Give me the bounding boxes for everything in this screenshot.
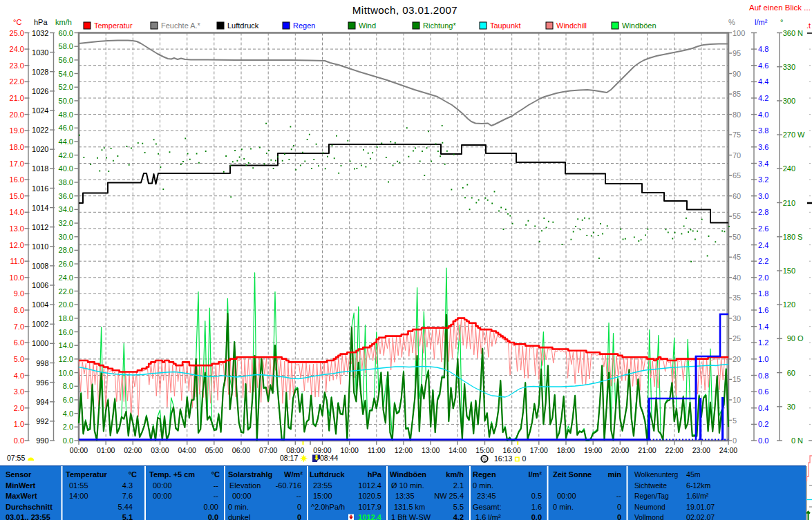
svg-text:70: 70	[733, 151, 741, 160]
svg-text:23:55: 23:55	[313, 481, 332, 490]
svg-text:4.6: 4.6	[758, 61, 768, 70]
svg-text:1006: 1006	[32, 281, 48, 289]
svg-text:17:00: 17:00	[530, 446, 548, 454]
svg-text:0.0: 0.0	[14, 436, 24, 445]
svg-text:54.0: 54.0	[59, 70, 73, 78]
svg-text:5.1: 5.1	[122, 513, 133, 520]
svg-text:1.6: 1.6	[531, 503, 542, 511]
svg-text:0: 0	[733, 436, 737, 445]
svg-text:45m: 45m	[686, 470, 701, 479]
svg-text:1028: 1028	[32, 68, 48, 76]
svg-text:12.0: 12.0	[10, 241, 24, 249]
svg-text:1012: 1012	[32, 223, 48, 231]
svg-text:4.2: 4.2	[453, 513, 464, 520]
svg-text:19:00: 19:00	[584, 446, 602, 454]
svg-text:21.0: 21.0	[10, 94, 24, 102]
svg-text:7.0: 7.0	[14, 322, 24, 331]
svg-text:%: %	[728, 18, 735, 26]
svg-text:S: S	[797, 233, 802, 241]
svg-text:18:00: 18:00	[557, 446, 575, 454]
svg-text:60: 60	[733, 192, 741, 200]
svg-text:330: 330	[783, 63, 795, 71]
svg-text:22.0: 22.0	[10, 77, 24, 86]
svg-text:992: 992	[36, 417, 48, 425]
svg-text:Wolkenunterg: Wolkenunterg	[634, 471, 679, 479]
svg-text:1012.4: 1012.4	[358, 481, 381, 490]
svg-text:km/h: km/h	[446, 470, 464, 479]
svg-text:1.0: 1.0	[14, 420, 24, 428]
svg-text:100: 100	[733, 29, 745, 37]
svg-text:12.0: 12.0	[59, 355, 73, 363]
svg-text:2.6: 2.6	[758, 224, 768, 233]
svg-text:46.0: 46.0	[59, 124, 73, 132]
svg-text:1018: 1018	[32, 164, 48, 173]
svg-text:32.0: 32.0	[59, 219, 73, 227]
svg-text:1.6l/m²: 1.6l/m²	[686, 492, 709, 500]
svg-text:17.0: 17.0	[10, 160, 24, 168]
svg-text:Elevation: Elevation	[229, 481, 261, 490]
svg-text:0.0: 0.0	[531, 513, 542, 520]
svg-text:01:00: 01:00	[97, 446, 115, 454]
svg-text:3.0: 3.0	[14, 387, 24, 396]
svg-text:1026: 1026	[32, 87, 48, 95]
svg-text:0 min.: 0 min.	[473, 481, 493, 490]
svg-text:02.02.07: 02.02.07	[686, 513, 715, 520]
svg-text:14:00: 14:00	[69, 492, 88, 500]
svg-text:Windchill: Windchill	[556, 21, 587, 30]
svg-text:85: 85	[733, 90, 741, 98]
svg-text:5: 5	[733, 416, 737, 425]
svg-text:km/h: km/h	[55, 18, 72, 26]
svg-text:00:00: 00:00	[70, 446, 88, 454]
svg-text:21:00: 21:00	[638, 446, 656, 454]
svg-text:1024: 1024	[32, 106, 48, 115]
svg-text:6.0: 6.0	[14, 338, 24, 347]
svg-text:5.44: 5.44	[118, 503, 133, 511]
svg-text:1004: 1004	[32, 300, 48, 309]
svg-text:65: 65	[733, 171, 741, 180]
svg-text:26.0: 26.0	[59, 260, 73, 268]
svg-text:360: 360	[783, 29, 795, 37]
svg-text:95: 95	[733, 49, 741, 57]
svg-text:07:00: 07:00	[259, 446, 277, 454]
svg-text:75: 75	[733, 131, 741, 139]
svg-text:4.0: 4.0	[14, 372, 24, 380]
svg-text:48.0: 48.0	[59, 110, 73, 119]
svg-text:Solarstrahlg: Solarstrahlg	[228, 470, 272, 479]
svg-text:Luftdruck: Luftdruck	[310, 470, 346, 479]
svg-text:8.0: 8.0	[63, 382, 73, 390]
svg-text:Sensor: Sensor	[6, 470, 32, 479]
svg-text:1014: 1014	[32, 204, 48, 212]
svg-text:01:55: 01:55	[69, 481, 88, 490]
svg-text:00:00: 00:00	[557, 492, 576, 500]
svg-text:1.4: 1.4	[758, 322, 768, 331]
svg-text:300: 300	[783, 97, 795, 105]
svg-text:996: 996	[36, 378, 48, 387]
svg-text:04:00: 04:00	[178, 446, 196, 454]
svg-text:min: min	[607, 470, 621, 479]
svg-text:30.0: 30.0	[59, 233, 73, 241]
svg-text:23:00: 23:00	[692, 446, 710, 454]
svg-text:23:45: 23:45	[477, 492, 496, 500]
svg-text:4.0: 4.0	[758, 110, 768, 119]
svg-text:3.8: 3.8	[758, 126, 768, 135]
svg-text:50: 50	[733, 233, 741, 241]
svg-text:1017.9: 1017.9	[358, 503, 381, 511]
svg-text:50.0: 50.0	[59, 97, 73, 105]
svg-text:18.0: 18.0	[10, 143, 24, 151]
svg-text:210: 210	[783, 199, 795, 207]
svg-text:23.0: 23.0	[10, 61, 24, 70]
svg-text:36.0: 36.0	[59, 192, 73, 200]
svg-text:1010: 1010	[32, 242, 48, 251]
svg-text:07:55: 07:55	[7, 454, 25, 462]
svg-text:Temperatur: Temperatur	[66, 470, 107, 479]
svg-text:40: 40	[733, 273, 741, 282]
svg-text:W/m²: W/m²	[284, 470, 303, 479]
svg-text:3.2: 3.2	[758, 175, 768, 184]
svg-text:38.0: 38.0	[59, 178, 73, 186]
svg-text:90: 90	[733, 70, 741, 78]
svg-text:O: O	[797, 334, 804, 343]
svg-text:1030: 1030	[32, 48, 48, 57]
svg-text:N: N	[797, 29, 803, 37]
svg-text:0: 0	[297, 513, 301, 520]
svg-text:0.5: 0.5	[531, 492, 542, 500]
